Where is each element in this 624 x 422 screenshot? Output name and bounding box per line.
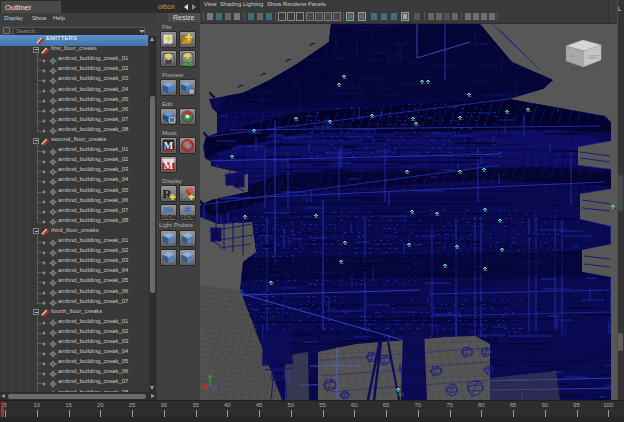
svg-text:M: M	[164, 140, 174, 151]
svg-text:45: 45	[570, 53, 575, 58]
svg-text:M: M	[164, 160, 174, 171]
svg-text:LEFT: LEFT	[588, 55, 599, 60]
svg-text:SHOW: SHOW	[180, 214, 195, 220]
svg-text:SHOW: SHOW	[161, 214, 176, 220]
svg-text:AS: AS	[183, 60, 193, 67]
svg-text:R: R	[162, 186, 172, 201]
svg-text:MA: MA	[163, 206, 173, 213]
svg-text:pivot: pivot	[393, 391, 404, 397]
svg-text:NEW: NEW	[164, 42, 174, 47]
